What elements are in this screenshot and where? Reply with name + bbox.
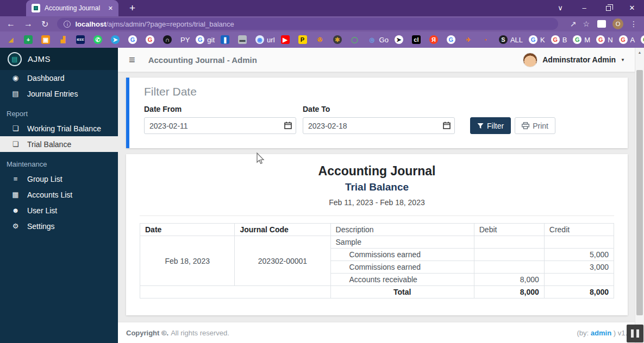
report-card: Accounting Journal Trial Balance Feb 11,…: [126, 154, 628, 315]
description-cell: Accounts receivable: [330, 274, 474, 286]
bookmark-item[interactable]: G git: [196, 35, 215, 44]
bookmark-item[interactable]: G: [146, 35, 157, 44]
card-accent-bar: [126, 78, 129, 148]
bookmark-item[interactable]: G K: [529, 35, 545, 44]
bookmark-star-icon[interactable]: ☆: [583, 20, 590, 28]
sidebar-item[interactable]: ⚙ Settings: [0, 218, 118, 234]
bookmark-item[interactable]: G M: [573, 35, 590, 44]
sidebar-brand[interactable]: ▤ AJMS: [0, 48, 118, 70]
scrollbar-thumb[interactable]: [636, 70, 643, 315]
sidebar-item[interactable]: ≡ Group List: [0, 171, 118, 187]
back-icon[interactable]: ←: [7, 19, 15, 29]
whatsapp-icon: ✆: [93, 35, 102, 44]
bookmark-item[interactable]: P: [298, 35, 310, 44]
bookmark-item[interactable]: G A: [619, 35, 635, 44]
bookmark-item[interactable]: ▶: [281, 35, 292, 44]
new-tab-button[interactable]: +: [129, 2, 135, 14]
browser-profile-avatar[interactable]: O: [612, 18, 623, 29]
caret-down-icon: ▼: [621, 58, 625, 62]
users-icon: ☻: [11, 206, 20, 214]
user-menu[interactable]: Adminstrator Admin ▼: [523, 53, 625, 67]
bookmark-item[interactable]: ✇: [316, 35, 327, 44]
bookmark-item[interactable]: ➤: [111, 35, 122, 44]
col-journal-code: Journal Code: [235, 224, 330, 236]
total-row: Total 8,000 8,000: [140, 286, 614, 298]
browser-tab[interactable]: Accounting Journal ✕: [26, 0, 118, 16]
bookmark-item[interactable]: ✆: [93, 35, 105, 44]
sidebar-item[interactable]: ☻ User List: [0, 202, 118, 218]
bookmark-item[interactable]: Я: [429, 35, 441, 44]
sidebar: ▤ AJMS ◉ Dashboard ▤ Journal Entries Rep…: [0, 48, 118, 343]
bookmark-item[interactable]: +: [24, 35, 35, 44]
tab-close-icon[interactable]: ✕: [108, 5, 113, 12]
bookmark-item[interactable]: ◯: [351, 35, 362, 44]
date-from-input[interactable]: [144, 117, 296, 134]
page-scrollbar[interactable]: ▲: [635, 48, 644, 343]
briefcase-icon: ▬: [238, 35, 247, 44]
description-cell: Commissions earned: [330, 249, 474, 261]
menu-icon[interactable]: ≡: [129, 54, 135, 66]
print-button[interactable]: Print: [515, 117, 555, 134]
debit-cell: [474, 236, 544, 249]
dashboard-icon: ◉: [11, 74, 20, 82]
recording-pause-button[interactable]: [627, 325, 643, 342]
share-icon[interactable]: ↗: [570, 20, 577, 28]
google-icon: G: [596, 35, 605, 44]
bookmark-item[interactable]: ❚: [221, 35, 232, 44]
sidebar-item-label: Trial Balance: [27, 140, 71, 149]
sidebar-item[interactable]: ▦ Accounts List: [0, 187, 118, 202]
bookmark-item[interactable]: ◢: [7, 35, 18, 44]
date-to-input[interactable]: [303, 117, 455, 134]
site-info-icon[interactable]: i: [64, 21, 71, 28]
bookmark-item[interactable]: G N: [596, 35, 612, 44]
bookmark-item[interactable]: ✈: [464, 35, 476, 44]
bookmark-item[interactable]: ◎ Go: [368, 35, 389, 44]
bookmark-item[interactable]: PY: [180, 36, 190, 44]
sidebar-item[interactable]: ❏ Trial Balance: [0, 136, 118, 152]
bookmark-item[interactable]: G: [128, 35, 140, 44]
sidebar-item[interactable]: ❏ Working Trial Balance: [0, 120, 118, 136]
bookmark-item[interactable]: cl: [412, 35, 423, 44]
google-icon: G: [551, 35, 560, 44]
reload-icon[interactable]: ↻: [41, 19, 48, 29]
kebab-menu-icon[interactable]: ⋮: [630, 20, 637, 28]
debit-cell: 8,000: [474, 274, 544, 286]
restore-icon[interactable]: [596, 1, 620, 16]
banner-icon: ❚: [221, 35, 229, 44]
filter-button[interactable]: Filter: [470, 117, 511, 134]
browser-toolbar: ← → ↻ i localhost/ajms/admin/?page=repor…: [0, 16, 644, 31]
sidebar-item-label: User List: [27, 206, 57, 215]
bookmark-item[interactable]: S ALL: [499, 35, 523, 44]
scroll-up-icon[interactable]: ▲: [635, 48, 644, 54]
date-from-label: Date From: [144, 105, 296, 113]
minimize-icon[interactable]: –: [572, 0, 596, 16]
address-bar[interactable]: i localhost/ajms/admin/?page=reports/tri…: [57, 18, 558, 30]
bookmark-item[interactable]: ◉ url: [255, 35, 274, 44]
bookmark-item[interactable]: ▟: [59, 35, 70, 44]
tab-search-icon[interactable]: ∨: [548, 0, 572, 16]
calendar-icon[interactable]: [284, 122, 292, 129]
bookmark-item[interactable]: G: [447, 35, 458, 44]
bookmark-item[interactable]: IEEE: [76, 35, 87, 44]
date-to-field: Date To: [303, 105, 455, 134]
forward-icon[interactable]: →: [24, 19, 33, 29]
rights-text: All rights reserved.: [171, 329, 229, 337]
sidebar-item[interactable]: ▤ Journal Entries: [0, 86, 118, 101]
sidebar-item[interactable]: ◉ Dashboard: [0, 70, 118, 86]
bookmark-item[interactable]: ➤: [395, 35, 406, 44]
bookmark-item[interactable]: ∩: [163, 35, 174, 44]
file-icon: ❏: [11, 140, 20, 148]
bookmark-item[interactable]: ✱: [333, 35, 345, 44]
journal-entries-icon: ▤: [11, 90, 20, 98]
bookmark-item[interactable]: G B: [551, 35, 567, 44]
bookmark-item[interactable]: ▬: [238, 35, 249, 44]
admin-link[interactable]: admin: [591, 329, 611, 337]
bookmark-item[interactable]: ▣: [41, 35, 53, 44]
side-panel-icon[interactable]: [597, 20, 606, 28]
content-area: Filter Date Date From Date To: [118, 72, 635, 322]
calendar-icon[interactable]: [443, 122, 451, 129]
app-favicon: [32, 4, 40, 12]
bookmark-item[interactable]: G P: [641, 35, 644, 44]
bookmark-item[interactable]: ●: [482, 35, 493, 44]
window-close-icon[interactable]: ✕: [620, 0, 644, 16]
